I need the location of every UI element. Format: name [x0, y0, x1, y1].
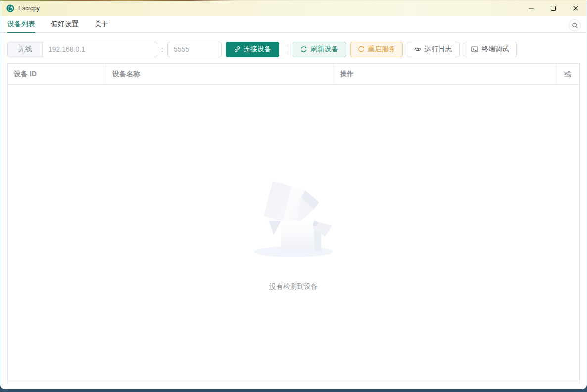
tab-bar: 设备列表 偏好设置 关于 — [0, 16, 587, 33]
tab-label: 关于 — [95, 20, 108, 29]
toolbar: 无线 : 连接设备 — [0, 42, 587, 57]
tab-preferences[interactable]: 偏好设置 — [51, 16, 79, 32]
terminal-debug-button[interactable]: 终端调试 — [464, 42, 517, 57]
column-settings-icon[interactable] — [564, 71, 572, 78]
close-button[interactable] — [564, 1, 587, 16]
connect-device-button[interactable]: 连接设备 — [226, 42, 279, 57]
terminal-icon — [471, 46, 478, 53]
column-header-device-name: 设备名称 — [106, 64, 334, 84]
tab-about[interactable]: 关于 — [95, 16, 108, 32]
empty-state-text: 没有检测到设备 — [269, 282, 318, 291]
column-header-operation: 操作 — [334, 64, 556, 84]
link-icon — [234, 46, 241, 53]
app-window: Escrcpy 设备列表 偏好设置 关于 — [0, 1, 587, 389]
maximize-button[interactable] — [542, 1, 564, 16]
refresh-right-icon — [358, 46, 365, 53]
titlebar: Escrcpy — [0, 1, 587, 16]
device-table: 设备 ID 设备名称 操作 — [7, 63, 580, 383]
empty-box-icon — [254, 176, 333, 261]
eye-icon — [414, 46, 421, 53]
run-logs-button[interactable]: 运行日志 — [407, 42, 460, 57]
port-separator: : — [161, 45, 163, 53]
search-icon — [572, 22, 578, 29]
port-input[interactable] — [167, 42, 222, 57]
wireless-mode-label[interactable]: 无线 — [8, 42, 43, 57]
column-settings-cell — [556, 64, 579, 84]
minimize-icon — [528, 5, 534, 11]
address-input-group: 无线 — [7, 42, 157, 57]
refresh-icon — [300, 46, 307, 53]
minimize-button[interactable] — [520, 1, 542, 16]
close-icon — [573, 5, 579, 11]
run-logs-label: 运行日志 — [424, 45, 452, 54]
app-logo-icon — [6, 4, 14, 12]
tab-label: 偏好设置 — [51, 20, 79, 29]
restart-service-button[interactable]: 重启服务 — [350, 42, 403, 57]
table-empty-area: 没有检测到设备 — [8, 85, 579, 383]
window-title: Escrcpy — [18, 5, 40, 12]
table-header: 设备 ID 设备名称 操作 — [8, 64, 579, 85]
tab-device-list[interactable]: 设备列表 — [7, 16, 35, 32]
terminal-debug-label: 终端调试 — [481, 45, 509, 54]
refresh-devices-label: 刷新设备 — [310, 45, 338, 54]
toolbar-divider — [286, 44, 286, 54]
tab-label: 设备列表 — [7, 20, 35, 29]
connect-device-label: 连接设备 — [244, 45, 271, 54]
column-header-device-id: 设备 ID — [8, 64, 106, 84]
ip-address-input[interactable] — [43, 42, 157, 57]
maximize-icon — [550, 5, 556, 11]
search-button[interactable] — [569, 19, 581, 31]
restart-service-label: 重启服务 — [368, 45, 395, 54]
refresh-devices-button[interactable]: 刷新设备 — [293, 42, 346, 57]
